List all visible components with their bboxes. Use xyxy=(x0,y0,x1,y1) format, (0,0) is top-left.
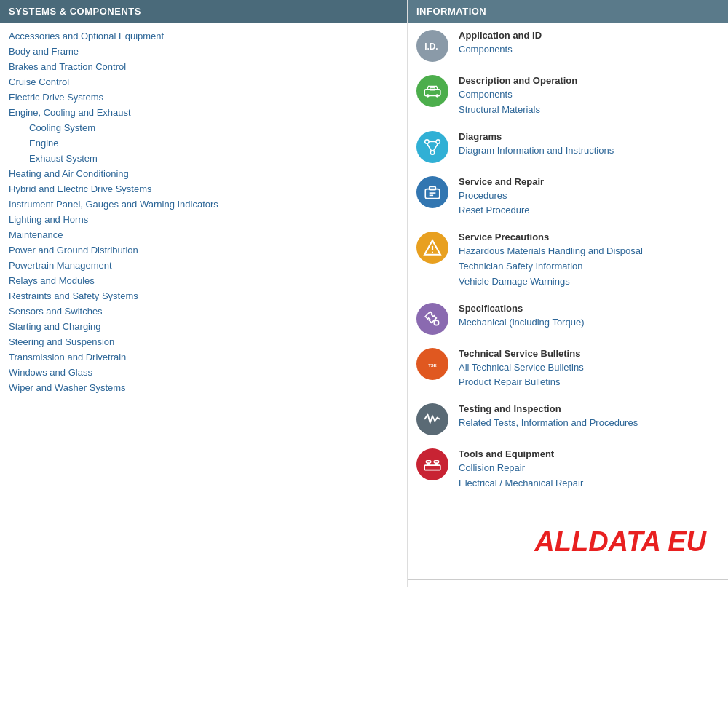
icon-repair xyxy=(416,176,448,208)
svg-line-11 xyxy=(434,143,438,151)
info-item: Tools and EquipmentCollision RepairElect… xyxy=(416,448,719,491)
info-item-title: Technical Service Bulletins xyxy=(459,348,584,359)
svg-rect-25 xyxy=(434,461,439,463)
info-item-title: Service Precautions xyxy=(459,232,643,242)
left-list-item[interactable]: Power and Ground Distribution xyxy=(0,242,407,258)
svg-rect-12 xyxy=(425,189,440,198)
svg-point-7 xyxy=(436,139,440,143)
svg-rect-24 xyxy=(426,461,431,463)
left-list-item[interactable]: Exhaust System xyxy=(0,151,407,166)
icon-diagram xyxy=(416,131,448,163)
left-list-item[interactable]: Brakes and Traction Control xyxy=(0,59,407,74)
info-item: Service PrecautionsHazardous Materials H… xyxy=(416,232,719,289)
left-list-item[interactable]: Transmission and Drivetrain xyxy=(0,349,407,365)
svg-point-8 xyxy=(430,150,434,154)
svg-text:TSE: TSE xyxy=(428,363,437,368)
left-list-item[interactable]: Restraints and Safety Systems xyxy=(0,288,407,304)
svg-rect-13 xyxy=(430,186,436,189)
left-list-item[interactable]: Hybrid and Electric Drive Systems xyxy=(0,181,407,197)
info-item-title: Tools and Equipment xyxy=(459,448,583,459)
left-list-item[interactable]: Maintenance xyxy=(0,227,407,242)
info-text-block: Testing and InspectionRelated Tests, Inf… xyxy=(459,403,638,431)
info-item-link[interactable]: Hazardous Materials Handling and Disposa… xyxy=(459,244,643,259)
left-list-item[interactable]: Body and Frame xyxy=(0,44,407,59)
svg-point-19 xyxy=(434,320,439,325)
info-item: Service and RepairProceduresReset Proced… xyxy=(416,176,719,219)
svg-text:I.D.: I.D. xyxy=(424,41,438,52)
left-list-item[interactable]: Instrument Panel, Gauges and Warning Ind… xyxy=(0,197,407,212)
left-list-item[interactable]: Lighting and Horns xyxy=(0,212,407,227)
info-text-block: Technical Service BulletinsAll Technical… xyxy=(459,348,584,391)
left-list-item[interactable]: Cruise Control xyxy=(0,74,407,90)
info-text-block: SpecificationsMechanical (including Torq… xyxy=(459,303,584,331)
icon-warning xyxy=(416,232,448,264)
info-item: Testing and InspectionRelated Tests, Inf… xyxy=(416,403,719,435)
left-panel: SYSTEMS & COMPONENTS Accessories and Opt… xyxy=(0,0,408,587)
left-list-item[interactable]: Heating and Air Conditioning xyxy=(0,166,407,181)
left-list-item[interactable]: Wiper and Washer Systems xyxy=(0,380,407,395)
watermark-text: ALLDATA EU xyxy=(534,526,706,557)
svg-point-4 xyxy=(435,94,438,97)
icon-test xyxy=(416,403,448,435)
info-text-block: Application and IDComponents xyxy=(459,30,542,58)
info-item-link[interactable]: All Technical Service Bulletins xyxy=(459,360,584,376)
info-item-title: Specifications xyxy=(459,303,584,314)
info-item-link[interactable]: Electrical / Mechanical Repair xyxy=(459,476,583,491)
info-item-title: Service and Repair xyxy=(459,176,544,187)
svg-point-6 xyxy=(425,139,429,143)
left-list-item[interactable]: Relays and Modules xyxy=(0,273,407,288)
info-text-block: Service and RepairProceduresReset Proced… xyxy=(459,176,544,219)
info-item-link[interactable]: Product Repair Bulletins xyxy=(459,375,584,390)
info-item-link[interactable]: Reset Procedure xyxy=(459,203,544,218)
info-item-link[interactable]: Related Tests, Information and Procedure… xyxy=(459,416,638,431)
icon-tools xyxy=(416,448,448,480)
info-item-title: Diagrams xyxy=(459,131,614,142)
info-item-title: Description and Operation xyxy=(459,75,577,86)
info-item: Description and OperationComponentsStruc… xyxy=(416,75,719,118)
left-list-item[interactable]: Steering and Suspension xyxy=(0,334,407,349)
svg-line-10 xyxy=(427,143,431,151)
info-item: SpecificationsMechanical (including Torq… xyxy=(416,303,719,335)
left-list-item[interactable]: Engine xyxy=(0,135,407,151)
icon-tse: TSE xyxy=(416,348,448,380)
info-item-link[interactable]: Collision Repair xyxy=(459,461,583,476)
left-list-item[interactable]: Accessories and Optional Equipment xyxy=(0,28,407,44)
info-item: DiagramsDiagram Information and Instruct… xyxy=(416,131,719,163)
left-panel-header: SYSTEMS & COMPONENTS xyxy=(0,0,407,23)
info-item-link[interactable]: Components xyxy=(459,42,542,58)
info-item-link[interactable]: Procedures xyxy=(459,189,544,204)
left-list-item[interactable]: Windows and Glass xyxy=(0,365,407,380)
right-panel: INFORMATION I.D.Application and IDCompon… xyxy=(408,0,728,587)
left-list-item[interactable]: Engine, Cooling and Exhaust xyxy=(0,105,407,120)
bottom-border xyxy=(408,579,728,587)
info-item-title: Testing and Inspection xyxy=(459,403,638,414)
watermark-area: ALLDATA EU xyxy=(408,512,728,572)
systems-list: Accessories and Optional EquipmentBody a… xyxy=(0,23,407,401)
info-item-link[interactable]: Components xyxy=(459,87,577,103)
left-list-item[interactable]: Electric Drive Systems xyxy=(0,90,407,105)
icon-id: I.D. xyxy=(416,30,448,62)
info-item: TSETechnical Service BulletinsAll Techni… xyxy=(416,348,719,391)
info-text-block: DiagramsDiagram Information and Instruct… xyxy=(459,131,614,159)
icon-spec xyxy=(416,303,448,335)
right-panel-header: INFORMATION xyxy=(408,0,728,23)
info-item-link[interactable]: Technician Safety Information xyxy=(459,259,643,274)
info-text-block: Description and OperationComponentsStruc… xyxy=(459,75,577,118)
info-item-link[interactable]: Diagram Information and Instructions xyxy=(459,143,614,159)
svg-point-18 xyxy=(432,252,433,253)
info-item: I.D.Application and IDComponents xyxy=(416,30,719,62)
info-item-link[interactable]: Mechanical (including Torque) xyxy=(459,315,584,331)
left-list-item[interactable]: Sensors and Switches xyxy=(0,304,407,319)
icon-car xyxy=(416,75,448,107)
info-item-title: Application and ID xyxy=(459,30,542,41)
left-list-item[interactable]: Powertrain Management xyxy=(0,258,407,273)
information-list: I.D.Application and IDComponentsDescript… xyxy=(408,23,728,512)
left-list-item[interactable]: Starting and Charging xyxy=(0,319,407,334)
info-item-link[interactable]: Structural Materials xyxy=(459,103,577,118)
svg-rect-21 xyxy=(424,465,440,470)
info-item-link[interactable]: Vehicle Damage Warnings xyxy=(459,274,643,290)
svg-point-3 xyxy=(426,94,429,97)
left-list-item[interactable]: Cooling System xyxy=(0,120,407,135)
info-text-block: Tools and EquipmentCollision RepairElect… xyxy=(459,448,583,491)
info-text-block: Service PrecautionsHazardous Materials H… xyxy=(459,232,643,289)
